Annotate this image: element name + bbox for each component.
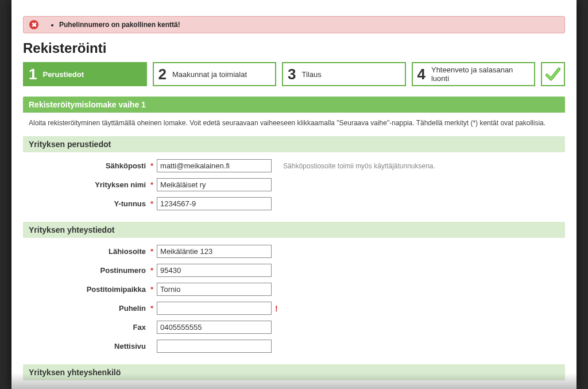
postal-city-field[interactable] <box>157 283 272 296</box>
required-mark: * <box>150 180 153 189</box>
contact-info-header: Yrityksen yhteystiedot <box>23 222 565 238</box>
row-businessid: Y-tunnus * <box>29 197 559 210</box>
label-website: Nettisivu <box>29 342 149 351</box>
step-3-number: 3 <box>288 66 296 83</box>
wizard-steps: 1 Perustiedot 2 Maakunnat ja toimialat 3… <box>23 62 565 86</box>
label-fax: Fax <box>29 323 149 332</box>
label-zip: Postinumero <box>29 266 149 275</box>
row-zip: Postinumero * <box>29 264 559 277</box>
step-2-number: 2 <box>158 66 167 83</box>
row-email: Sähköposti * Sähköpostiosoite toimii myö… <box>29 159 559 172</box>
row-city: Postitoimipaikka * <box>29 283 559 296</box>
error-icon: ✖ <box>29 20 38 29</box>
step-3-label: Tilaus <box>301 70 321 79</box>
error-message: Puhelinnumero on pakollinen kenttä! <box>59 21 180 29</box>
step-4-number: 4 <box>417 66 425 83</box>
label-company: Yrityksen nimi <box>29 180 149 189</box>
email-field[interactable] <box>157 159 272 172</box>
wizard-complete-button[interactable] <box>541 62 565 86</box>
row-fax: Fax * <box>29 321 559 334</box>
step-2-label: Maakunnat ja toimialat <box>172 70 247 79</box>
error-banner: ✖ Puhelinnumero on pakollinen kenttä! <box>23 16 565 33</box>
row-street: Lähiosoite * <box>29 245 559 258</box>
step-1-number: 1 <box>29 66 37 83</box>
stage-header: Rekisteröitymislomake vaihe 1 <box>23 97 565 113</box>
checkmark-icon <box>545 66 561 82</box>
step-3[interactable]: 3 Tilaus <box>282 62 406 86</box>
postal-code-field[interactable] <box>157 264 272 277</box>
step-2[interactable]: 2 Maakunnat ja toimialat <box>153 62 277 86</box>
business-id-field[interactable] <box>157 197 272 210</box>
basic-info-block: Sähköposti * Sähköpostiosoite toimii myö… <box>23 152 565 222</box>
label-city: Postitoimipaikka <box>29 285 149 294</box>
row-phone: Puhelin * ! <box>29 302 559 315</box>
contact-person-header: Yrityksen yhteyshenkilö <box>23 364 565 380</box>
required-mark: * <box>150 285 153 294</box>
top-nav <box>33 5 565 11</box>
page-title: Rekisteröinti <box>23 40 565 56</box>
warning-icon: ! <box>275 304 278 313</box>
contact-info-block: Lähiosoite * Postinumero * Postitoimipai… <box>23 238 565 364</box>
required-mark: * <box>150 266 153 275</box>
step-1[interactable]: 1 Perustiedot <box>23 62 147 86</box>
intro-text: Aloita rekisteröityminen täyttämällä ohe… <box>23 113 565 136</box>
hint-email: Sähköpostiosoite toimii myös käyttäjätun… <box>283 162 435 170</box>
street-address-field[interactable] <box>157 245 272 258</box>
required-mark: * <box>150 304 153 313</box>
company-name-field[interactable] <box>157 178 272 191</box>
label-businessid: Y-tunnus <box>29 199 149 208</box>
website-field[interactable] <box>157 340 272 353</box>
step-4-label: Yhteenveto ja salasanan luonti <box>431 66 526 83</box>
required-mark: * <box>150 161 153 170</box>
fax-field[interactable] <box>157 321 272 334</box>
label-street: Lähiosoite <box>29 247 149 256</box>
step-1-label: Perustiedot <box>42 70 84 79</box>
phone-field[interactable] <box>157 302 272 315</box>
label-phone: Puhelin <box>29 304 149 313</box>
registration-page: ✖ Puhelinnumero on pakollinen kenttä! Re… <box>11 0 577 389</box>
step-4[interactable]: 4 Yhteenveto ja salasanan luonti <box>412 62 536 86</box>
required-mark: * <box>150 199 153 208</box>
label-email: Sähköposti <box>29 161 149 170</box>
row-company: Yrityksen nimi * <box>29 178 559 191</box>
row-website: Nettisivu * <box>29 340 559 353</box>
basic-info-header: Yrityksen perustiedot <box>23 136 565 152</box>
required-mark: * <box>150 247 153 256</box>
